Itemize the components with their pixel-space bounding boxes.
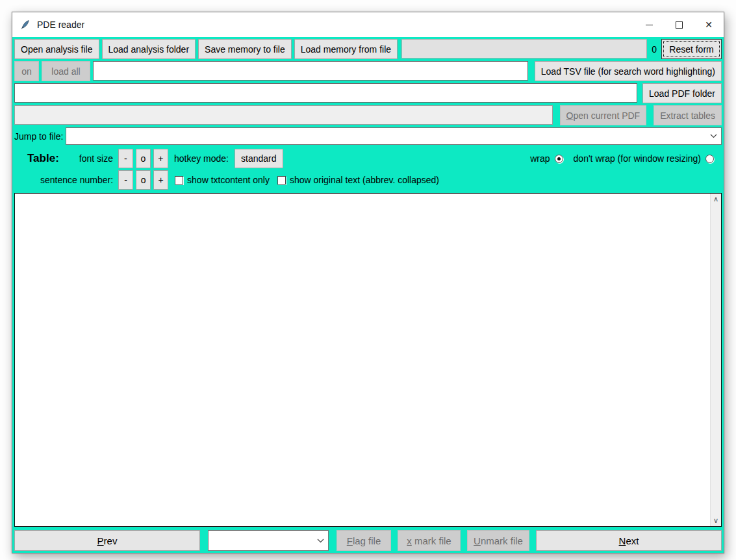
font-size-increase-button[interactable]: +	[153, 149, 168, 168]
app-window: PDE reader ✕ Open analysis file Load ana…	[12, 12, 724, 554]
maximize-button[interactable]	[664, 12, 694, 37]
table-section-title: Table:	[27, 149, 59, 168]
title-bar: PDE reader ✕	[12, 12, 724, 37]
minimize-icon	[646, 25, 653, 25]
flag-file-button[interactable]: Flag file	[336, 530, 391, 551]
font-size-label: font size	[79, 149, 113, 168]
scroll-up-icon[interactable]: ∧	[711, 194, 722, 205]
show-txtcontent-checkbox[interactable]: ✓	[175, 176, 183, 185]
pdf-folder-entry[interactable]	[14, 83, 637, 103]
font-size-decrease-button[interactable]: -	[118, 149, 133, 168]
dont-wrap-label: don't wrap (for window resizing)	[574, 149, 701, 168]
load-all-button[interactable]: load all	[42, 61, 90, 81]
show-original-checkbox[interactable]: ✓	[277, 176, 286, 185]
dont-wrap-radio[interactable]	[705, 155, 714, 163]
save-memory-to-file-button[interactable]: Save memory to file	[198, 39, 292, 59]
open-analysis-file-button[interactable]: Open analysis file	[14, 39, 99, 59]
file-mark-combobox[interactable]	[208, 530, 329, 551]
window-title: PDE reader	[37, 19, 84, 30]
load-memory-from-file-button[interactable]: Load memory from file	[294, 39, 398, 59]
maximize-icon	[676, 21, 683, 29]
prev-file-button[interactable]: Prev	[14, 530, 200, 551]
wrap-label: wrap	[530, 149, 550, 168]
scroll-down-icon[interactable]: ∨	[711, 515, 722, 526]
load-pdf-folder-button[interactable]: Load PDF folder	[642, 83, 722, 103]
load-analysis-folder-button[interactable]: Load analysis folder	[102, 39, 196, 59]
reset-form-button[interactable]: Reset form	[661, 39, 722, 59]
on-button[interactable]: on	[14, 61, 39, 81]
close-icon: ✕	[705, 20, 713, 29]
search-word-entry[interactable]	[93, 61, 528, 81]
jump-to-file-label: Jump to file:	[14, 127, 63, 145]
table-text-area[interactable]	[15, 194, 710, 526]
client-area: Open analysis file Load analysis folder …	[12, 37, 724, 553]
show-txtcontent-label: show txtcontent only	[187, 170, 270, 190]
sentence-number-increase-button[interactable]: +	[153, 170, 168, 190]
minimize-button[interactable]	[634, 12, 664, 37]
close-button[interactable]: ✕	[694, 12, 724, 37]
x-mark-file-button[interactable]: x mark file	[398, 530, 461, 551]
current-pdf-entry[interactable]	[14, 105, 553, 125]
hotkey-mode-label: hotkey mode:	[174, 149, 229, 168]
unmark-file-button[interactable]: Unmark file	[467, 530, 529, 551]
sentence-number-reset-button[interactable]: o	[136, 170, 151, 190]
jump-to-file-combobox[interactable]	[66, 127, 722, 145]
show-original-label: show original text (abbrev. collapsed)	[290, 170, 439, 190]
table-content-frame: ∧ ∨	[14, 193, 722, 527]
python-feather-icon	[20, 19, 31, 30]
chevron-down-icon	[317, 539, 324, 543]
next-file-button[interactable]: Next	[536, 530, 722, 551]
wrap-radio[interactable]	[555, 155, 563, 163]
sentence-number-decrease-button[interactable]: -	[118, 170, 133, 190]
hotkey-mode-button[interactable]: standard	[235, 149, 283, 168]
vertical-scrollbar[interactable]: ∧ ∨	[710, 194, 721, 526]
memory-file-entry[interactable]	[401, 39, 647, 58]
load-tsv-file-button[interactable]: Load TSV file (for search word highlight…	[535, 61, 722, 81]
extract-tables-button[interactable]: Extract tables	[654, 105, 722, 125]
counter-label: 0	[650, 39, 659, 59]
open-current-pdf-button[interactable]: Open current PDF	[560, 105, 647, 125]
font-size-reset-button[interactable]: o	[136, 149, 151, 168]
chevron-down-icon	[710, 134, 717, 138]
sentence-number-label: sentence number:	[40, 170, 113, 190]
